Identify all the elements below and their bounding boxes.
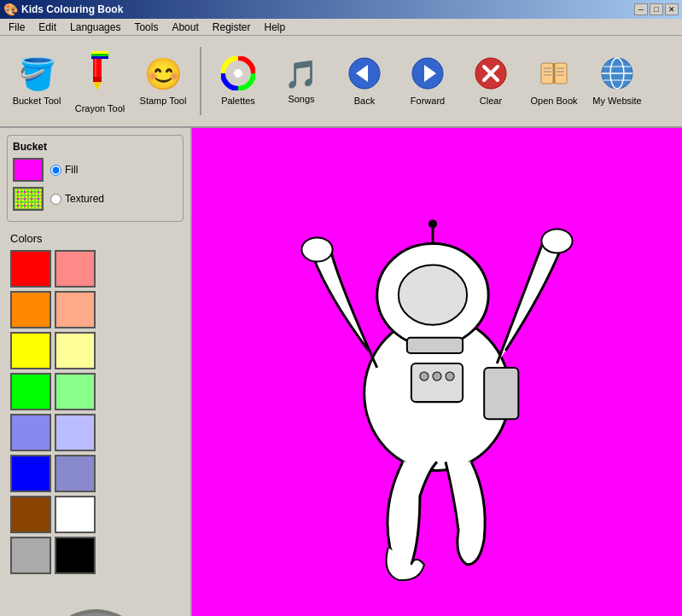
canvas-svg[interactable] xyxy=(192,128,682,616)
color-light-purple[interactable] xyxy=(55,414,96,451)
menu-edit[interactable]: Edit xyxy=(33,20,61,35)
back-icon xyxy=(347,56,382,92)
bucket-tool-button[interactable]: 🪣 Bucket Tool xyxy=(7,43,67,119)
bucket-image xyxy=(7,591,184,616)
svg-point-40 xyxy=(420,372,428,381)
stamp-tool-label: Stamp Tool xyxy=(140,96,187,106)
fill-label: Fill xyxy=(65,164,78,176)
songs-button[interactable]: 🎵 Songs xyxy=(271,43,331,119)
fill-color-swatch[interactable] xyxy=(13,158,44,182)
svg-point-37 xyxy=(301,237,332,261)
toolbar: 🪣 Bucket Tool Crayon Tool 😊 Stamp Tool xyxy=(0,36,682,128)
colors-section: Colors xyxy=(7,229,184,578)
clear-icon xyxy=(474,56,508,92)
textured-option: Textured xyxy=(13,187,178,211)
my-website-button[interactable]: My Website xyxy=(587,43,647,119)
palettes-button[interactable]: Palettes xyxy=(208,43,268,119)
bucket-tool-label: Bucket Tool xyxy=(13,96,61,106)
crayon-tool-label: Crayon Tool xyxy=(75,103,125,113)
menu-about[interactable]: About xyxy=(166,20,203,35)
menu-register[interactable]: Register xyxy=(207,20,256,35)
crayon-tool-button[interactable]: Crayon Tool xyxy=(70,43,130,119)
color-grid xyxy=(10,250,180,574)
color-white[interactable] xyxy=(55,496,96,533)
songs-icon: 🎵 xyxy=(284,58,318,90)
svg-rect-16 xyxy=(541,63,553,84)
svg-rect-6 xyxy=(91,56,108,59)
svg-point-38 xyxy=(541,229,572,253)
svg-rect-5 xyxy=(91,54,108,56)
app-title: Kids Colouring Book xyxy=(21,3,123,15)
clear-label: Clear xyxy=(480,96,502,106)
svg-point-42 xyxy=(446,372,454,381)
my-website-label: My Website xyxy=(592,96,641,106)
color-purple[interactable] xyxy=(10,414,51,451)
color-black[interactable] xyxy=(55,537,96,574)
svg-rect-4 xyxy=(91,51,108,54)
textured-radio[interactable] xyxy=(50,194,61,205)
canvas-area[interactable] xyxy=(192,128,682,616)
close-button[interactable]: ✕ xyxy=(665,3,679,15)
color-red[interactable] xyxy=(10,250,51,288)
svg-point-36 xyxy=(399,265,467,325)
color-yellow[interactable] xyxy=(10,332,51,369)
textured-swatch[interactable] xyxy=(13,187,44,211)
forward-label: Forward xyxy=(411,96,445,106)
minimize-button[interactable]: ─ xyxy=(634,3,648,15)
open-book-label: Open Book xyxy=(530,96,577,106)
color-gray[interactable] xyxy=(10,537,51,574)
stamp-tool-button[interactable]: 😊 Stamp Tool xyxy=(133,43,193,119)
color-light-blue[interactable] xyxy=(55,455,96,492)
svg-point-41 xyxy=(433,372,441,381)
menu-help[interactable]: Help xyxy=(259,20,290,35)
fill-option: Fill xyxy=(13,158,178,182)
forward-icon xyxy=(411,56,445,92)
svg-point-8 xyxy=(234,69,242,78)
back-label: Back xyxy=(354,96,375,106)
color-green[interactable] xyxy=(10,373,51,410)
color-light-green[interactable] xyxy=(55,373,96,410)
colors-title: Colors xyxy=(10,232,180,245)
color-orange[interactable] xyxy=(10,291,51,328)
svg-point-46 xyxy=(428,219,437,228)
songs-label: Songs xyxy=(288,94,314,104)
title-bar-left: 🎨 Kids Colouring Book xyxy=(3,3,123,16)
bucket-tool-icon: 🪣 xyxy=(18,56,56,92)
menu-languages[interactable]: Languages xyxy=(65,20,125,35)
svg-rect-39 xyxy=(411,363,463,402)
svg-marker-3 xyxy=(93,82,102,90)
menu-bar: File Edit Languages Tools About Register… xyxy=(0,19,682,36)
maximize-button[interactable]: □ xyxy=(650,3,663,15)
svg-rect-43 xyxy=(484,368,518,419)
fill-radio-label[interactable]: Fill xyxy=(50,164,78,176)
stamp-tool-icon: 😊 xyxy=(144,56,183,92)
crayon-tool-icon xyxy=(83,49,117,100)
textured-radio-label[interactable]: Textured xyxy=(50,193,104,205)
svg-rect-17 xyxy=(555,63,567,84)
left-panel: Bucket Fill Textured Color xyxy=(0,128,192,616)
menu-file[interactable]: File xyxy=(3,20,30,35)
open-book-button[interactable]: Open Book xyxy=(524,43,584,119)
bucket-section: Bucket Fill Textured xyxy=(7,135,184,222)
forward-button[interactable]: Forward xyxy=(398,43,458,119)
palettes-label: Palettes xyxy=(221,96,255,106)
title-bar: 🎨 Kids Colouring Book ─ □ ✕ xyxy=(0,0,682,19)
title-bar-buttons: ─ □ ✕ xyxy=(634,3,679,15)
toolbar-separator-1 xyxy=(200,47,201,115)
my-website-icon xyxy=(600,56,634,92)
clear-button[interactable]: Clear xyxy=(461,43,521,119)
color-light-yellow[interactable] xyxy=(55,332,96,369)
bucket-title: Bucket xyxy=(13,141,178,153)
svg-rect-44 xyxy=(407,338,463,353)
color-light-red[interactable] xyxy=(55,250,96,288)
palettes-icon xyxy=(221,56,255,92)
color-blue[interactable] xyxy=(10,455,51,492)
menu-tools[interactable]: Tools xyxy=(129,20,163,35)
color-light-orange[interactable] xyxy=(55,291,96,328)
back-button[interactable]: Back xyxy=(335,43,394,119)
color-brown[interactable] xyxy=(10,496,51,533)
fill-radio[interactable] xyxy=(50,165,61,176)
main-content: Bucket Fill Textured Color xyxy=(0,128,682,616)
svg-rect-1 xyxy=(93,77,102,82)
textured-label: Textured xyxy=(65,193,104,205)
